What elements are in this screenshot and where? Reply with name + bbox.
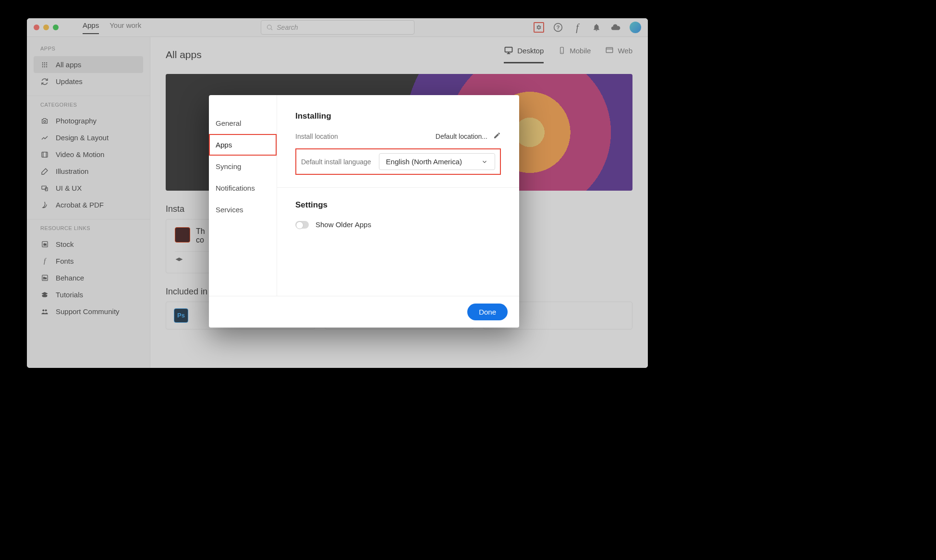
sidebar-item-all-apps[interactable]: All apps — [34, 56, 143, 73]
install-location-value: Default location... — [436, 133, 487, 140]
sidebar-item-tutorials[interactable]: Tutorials — [27, 286, 150, 303]
tab-mobile-label: Mobile — [570, 47, 591, 55]
label: Video & Motion — [56, 150, 104, 158]
svg-point-23 — [42, 309, 44, 311]
svg-point-6 — [46, 62, 47, 63]
svg-point-12 — [46, 66, 47, 67]
label: Illustration — [56, 167, 88, 175]
modal-tab-notifications[interactable]: Notifications — [209, 177, 277, 199]
stock-icon: St — [40, 241, 49, 248]
default-language-label: Default install language — [301, 158, 371, 166]
sidebar: APPS All apps Updates CATEGORIES Photogr… — [27, 37, 150, 368]
modal-tab-apps[interactable]: Apps — [209, 134, 277, 156]
search-input[interactable] — [277, 24, 409, 31]
svg-point-10 — [42, 66, 43, 67]
people-icon — [40, 308, 49, 316]
sidebar-item-updates[interactable]: Updates — [27, 73, 150, 90]
tab-web[interactable]: Web — [605, 46, 632, 63]
sidebar-categories-title: CATEGORIES — [27, 102, 150, 112]
devices-icon — [40, 184, 49, 192]
notifications-bell-icon[interactable] — [591, 22, 602, 33]
mobile-icon — [558, 46, 566, 55]
svg-point-9 — [46, 64, 47, 65]
ruler-icon — [40, 134, 49, 142]
sidebar-item-behance[interactable]: BeBehance — [27, 269, 150, 286]
tab-desktop[interactable]: Desktop — [504, 46, 544, 63]
label: Fonts — [56, 257, 74, 265]
modal-tab-services[interactable]: Services — [209, 199, 277, 220]
window-controls — [34, 24, 59, 30]
installing-heading: Installing — [295, 111, 501, 121]
search-icon — [266, 24, 273, 31]
film-icon — [40, 151, 49, 158]
svg-rect-14 — [42, 152, 48, 157]
sync-icon — [40, 78, 49, 85]
sidebar-item-stock[interactable]: StStock — [27, 236, 150, 253]
sidebar-item-photography[interactable]: Photography — [27, 112, 150, 129]
svg-line-1 — [271, 29, 272, 30]
show-older-row: Show Older Apps — [295, 220, 501, 229]
label: Stock — [56, 240, 74, 248]
chevron-down-icon — [481, 158, 488, 165]
help-icon[interactable]: ? — [553, 22, 563, 33]
fonts-icon[interactable]: f — [572, 22, 583, 33]
sidebar-item-acrobat[interactable]: Acrobat & PDF — [27, 196, 150, 213]
tab-mobile[interactable]: Mobile — [558, 46, 591, 63]
edit-location-icon[interactable] — [493, 132, 501, 141]
tab-apps[interactable]: Apps — [83, 21, 99, 34]
tab-your-work[interactable]: Your work — [109, 21, 141, 34]
brush-icon — [40, 168, 49, 175]
sidebar-item-video[interactable]: Video & Motion — [27, 146, 150, 163]
modal-content: Installing Install location Default loca… — [277, 95, 519, 296]
language-value: English (North America) — [386, 158, 462, 166]
web-icon — [605, 46, 614, 55]
header-actions: ? f — [534, 22, 641, 33]
install-location-row: Install location Default location... — [295, 132, 501, 141]
graduation-icon — [40, 291, 49, 299]
profile-avatar[interactable] — [630, 22, 641, 33]
sidebar-item-uiux[interactable]: UI & UX — [27, 180, 150, 196]
settings-gear-icon[interactable] — [534, 22, 544, 33]
label: UI & UX — [56, 184, 82, 192]
svg-point-4 — [42, 62, 43, 63]
header-tabs: Apps Your work — [83, 21, 141, 34]
modal-footer: Done — [209, 296, 519, 328]
page-title: All apps — [166, 49, 202, 61]
sidebar-updates-label: Updates — [56, 77, 83, 85]
language-dropdown[interactable]: English (North America) — [379, 153, 495, 170]
tab-web-label: Web — [618, 47, 632, 55]
label: Tutorials — [56, 291, 83, 299]
sidebar-item-fonts[interactable]: fFonts — [27, 253, 150, 269]
close-window[interactable] — [34, 24, 39, 30]
behance-icon: Be — [40, 274, 49, 281]
desktop-icon — [504, 46, 513, 55]
ps-badge: Ps — [174, 309, 188, 322]
minimize-window[interactable] — [43, 24, 49, 30]
search-field[interactable] — [261, 20, 414, 35]
cloud-icon[interactable] — [610, 22, 621, 33]
modal-tab-syncing[interactable]: Syncing — [209, 156, 277, 177]
svg-point-5 — [44, 62, 45, 63]
graduation-icon — [175, 256, 183, 265]
sidebar-item-community[interactable]: Support Community — [27, 303, 150, 320]
done-button[interactable]: Done — [467, 304, 508, 320]
maximize-window[interactable] — [53, 24, 59, 30]
fonts-icon: f — [40, 257, 49, 265]
install-location-label: Install location — [295, 133, 338, 140]
show-older-label: Show Older Apps — [316, 220, 371, 229]
acrobat-icon — [40, 201, 49, 209]
svg-text:Be: Be — [43, 277, 47, 280]
svg-point-0 — [267, 25, 271, 29]
show-older-toggle[interactable] — [295, 221, 309, 229]
svg-rect-30 — [607, 48, 613, 53]
modal-tab-general[interactable]: General — [209, 112, 277, 134]
modal-sidebar: General Apps Syncing Notifications Servi… — [209, 95, 277, 296]
sidebar-apps-title: APPS — [27, 46, 150, 56]
sidebar-item-illustration[interactable]: Illustration — [27, 163, 150, 180]
platform-tabs: Desktop Mobile Web — [504, 46, 632, 63]
tab-desktop-label: Desktop — [517, 47, 544, 55]
app-window: Apps Your work ? f APPS — [27, 18, 648, 368]
svg-point-24 — [45, 309, 47, 311]
card-text1: Th — [196, 227, 205, 236]
sidebar-item-design[interactable]: Design & Layout — [27, 129, 150, 146]
